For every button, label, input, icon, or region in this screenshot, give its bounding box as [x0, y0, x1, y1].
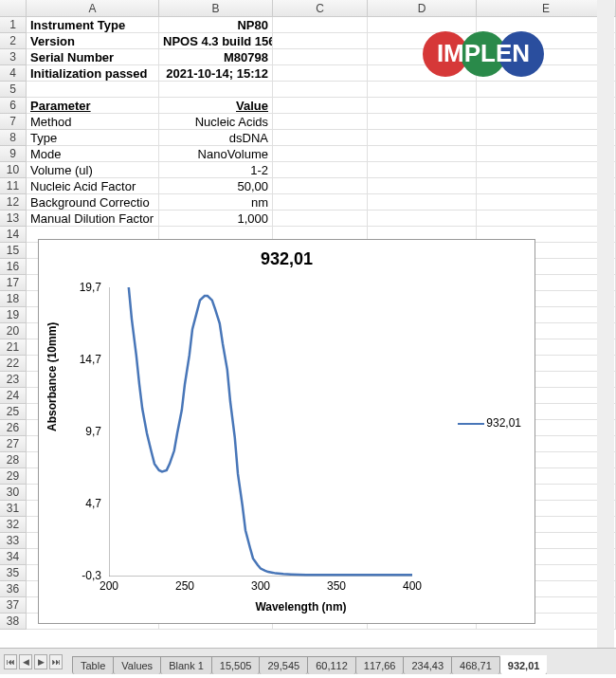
cell-C3[interactable]: [273, 49, 368, 65]
cell-C5[interactable]: [273, 82, 368, 98]
cell-A8[interactable]: Type: [27, 130, 159, 146]
select-all-corner[interactable]: [0, 0, 27, 16]
cell-A11[interactable]: Nucleic Acid Factor: [27, 178, 159, 194]
row-header[interactable]: 3: [0, 49, 27, 65]
cell-A12[interactable]: Background Correctio: [27, 194, 159, 211]
row-header[interactable]: 19: [0, 307, 27, 323]
row-header[interactable]: 23: [0, 372, 27, 388]
row-header[interactable]: 34: [0, 549, 27, 565]
row-header[interactable]: 12: [0, 194, 27, 211]
cell-C4[interactable]: [273, 65, 368, 82]
cell-A3[interactable]: Serial Number: [27, 49, 159, 65]
cell-A5[interactable]: [27, 82, 159, 98]
cell-E6[interactable]: [477, 98, 616, 114]
cell-B10[interactable]: 1-2: [159, 162, 273, 178]
row-header[interactable]: 24: [0, 388, 27, 404]
cell-A9[interactable]: Mode: [27, 146, 159, 162]
row-header[interactable]: 13: [0, 211, 27, 227]
cell-E13[interactable]: [477, 211, 616, 227]
sheet-tab[interactable]: Blank 1: [160, 656, 212, 674]
cell-C8[interactable]: [273, 130, 368, 146]
sheet-tab[interactable]: Table: [72, 656, 114, 674]
tab-nav-prev[interactable]: ◀: [19, 654, 32, 669]
cell-B8[interactable]: dsDNA: [159, 130, 273, 146]
row-header[interactable]: 30: [0, 485, 27, 501]
row-header[interactable]: 21: [0, 339, 27, 356]
row-header[interactable]: 28: [0, 452, 27, 468]
row-header[interactable]: 14: [0, 227, 27, 243]
cell-A13[interactable]: Manual Dilution Factor: [27, 211, 159, 227]
row-header[interactable]: 11: [0, 178, 27, 194]
cell-E9[interactable]: [477, 146, 616, 162]
cell-B9[interactable]: NanoVolume: [159, 146, 273, 162]
row-header[interactable]: 18: [0, 291, 27, 307]
chart-container[interactable]: 932,01 Absorbance (10mm) Wavelength (nm)…: [38, 239, 535, 624]
cell-B3[interactable]: M80798: [159, 49, 273, 65]
row-header[interactable]: 36: [0, 581, 27, 597]
row-header[interactable]: 20: [0, 323, 27, 339]
cell-C9[interactable]: [273, 146, 368, 162]
cell-B5[interactable]: [159, 82, 273, 98]
row-header[interactable]: 32: [0, 517, 27, 533]
cell-A2[interactable]: Version: [27, 33, 159, 49]
cell-B12[interactable]: nm: [159, 194, 273, 211]
tab-nav-last[interactable]: ⏭: [49, 654, 63, 669]
row-header[interactable]: 15: [0, 243, 27, 259]
row-header[interactable]: 5: [0, 82, 27, 98]
col-header-b[interactable]: B: [159, 0, 273, 16]
tab-nav-next[interactable]: ▶: [34, 654, 47, 669]
row-header[interactable]: 8: [0, 130, 27, 146]
row-header[interactable]: 26: [0, 420, 27, 436]
row-header[interactable]: 22: [0, 356, 27, 372]
cell-D10[interactable]: [368, 162, 477, 178]
cell-E5[interactable]: [477, 82, 616, 98]
row-header[interactable]: 25: [0, 404, 27, 420]
cell-E7[interactable]: [477, 114, 616, 130]
cell-E12[interactable]: [477, 194, 616, 211]
row-header[interactable]: 16: [0, 259, 27, 275]
cell-A10[interactable]: Volume (ul): [27, 162, 159, 178]
cell-C10[interactable]: [273, 162, 368, 178]
cell-C13[interactable]: [273, 211, 368, 227]
cell-D7[interactable]: [368, 114, 477, 130]
tab-nav-first[interactable]: ⏮: [4, 654, 17, 669]
cell-B13[interactable]: 1,000: [159, 211, 273, 227]
cell-A1[interactable]: Instrument Type: [27, 17, 159, 33]
cell-C1[interactable]: [273, 17, 368, 33]
cell-B2[interactable]: NPOS 4.3 build 15670: [159, 33, 273, 49]
row-header[interactable]: 27: [0, 436, 27, 452]
row-header[interactable]: 38: [0, 614, 27, 630]
row-header[interactable]: 31: [0, 501, 27, 517]
sheet-tab[interactable]: 60,112: [307, 656, 356, 674]
cell-C12[interactable]: [273, 194, 368, 211]
cell-E10[interactable]: [477, 162, 616, 178]
cell-B6[interactable]: Value: [159, 98, 273, 114]
row-header[interactable]: 10: [0, 162, 27, 178]
sheet-tab[interactable]: 234,43: [403, 656, 452, 674]
col-header-a[interactable]: A: [27, 0, 159, 16]
cell-D8[interactable]: [368, 130, 477, 146]
cell-D13[interactable]: [368, 211, 477, 227]
cell-D5[interactable]: [368, 82, 477, 98]
cell-C2[interactable]: [273, 33, 368, 49]
sheet-tab[interactable]: 468,71: [451, 656, 500, 674]
cell-B7[interactable]: Nucleic Acids: [159, 114, 273, 130]
cell-D9[interactable]: [368, 146, 477, 162]
cell-E8[interactable]: [477, 130, 616, 146]
cell-A4[interactable]: Initialization passed: [27, 65, 159, 82]
vertical-scrollbar[interactable]: [597, 0, 614, 674]
cell-E11[interactable]: [477, 178, 616, 194]
cell-D11[interactable]: [368, 178, 477, 194]
sheet-tab[interactable]: 15,505: [211, 656, 261, 674]
cell-C11[interactable]: [273, 178, 368, 194]
col-header-e[interactable]: E: [477, 0, 616, 16]
cell-D6[interactable]: [368, 98, 477, 114]
row-header[interactable]: 35: [0, 565, 27, 581]
cell-B4[interactable]: 2021-10-14; 15:12: [159, 65, 273, 82]
sheet-tab[interactable]: 932,01: [499, 655, 548, 674]
cell-C7[interactable]: [273, 114, 368, 130]
row-header[interactable]: 29: [0, 468, 27, 485]
sheet-tab[interactable]: 117,66: [355, 656, 405, 674]
cell-C6[interactable]: [273, 98, 368, 114]
row-header[interactable]: 1: [0, 17, 27, 33]
